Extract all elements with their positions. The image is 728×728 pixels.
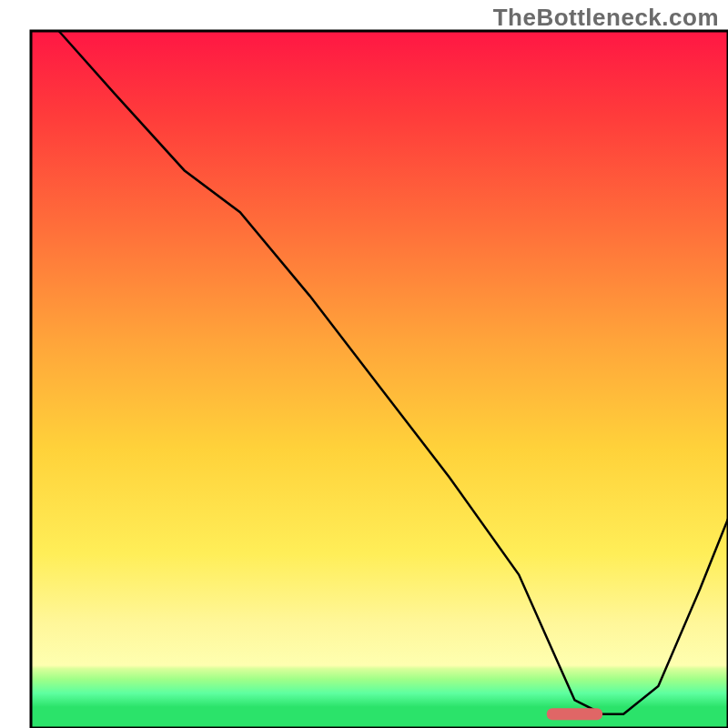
svg-rect-0 (31, 31, 728, 728)
plot-area (31, 31, 728, 728)
watermark-text: TheBottleneck.com (493, 4, 719, 32)
chart-svg (0, 0, 728, 728)
bottleneck-chart: TheBottleneck.com (0, 0, 728, 728)
optimum-marker (547, 708, 602, 720)
